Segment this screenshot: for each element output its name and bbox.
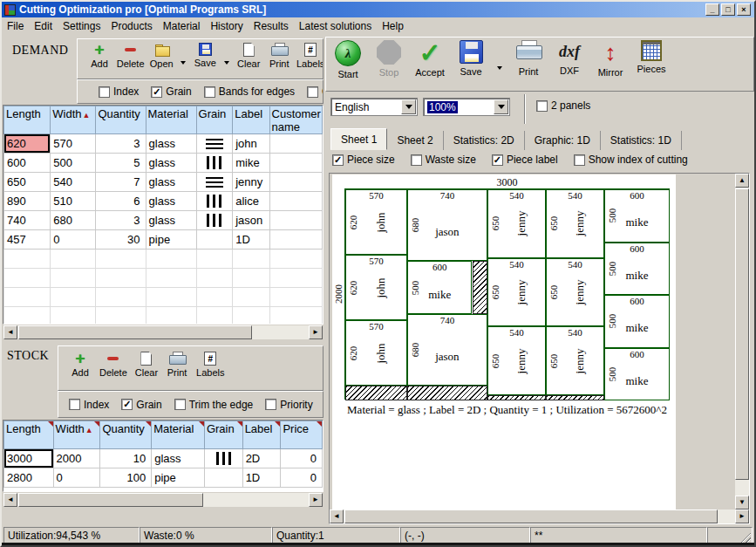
stock-cell[interactable]: pipe	[152, 468, 205, 488]
stock-checkbox-trim-the-edge[interactable]: Trim the edge	[174, 399, 254, 411]
scrollbar-thumb[interactable]	[18, 493, 203, 507]
stock-cell[interactable]: 0	[281, 468, 323, 488]
demand-cell[interactable]: 540	[51, 173, 96, 192]
scroll-left-icon[interactable]: ◄	[3, 493, 17, 507]
tab-sheet-1[interactable]: Sheet 1	[330, 128, 387, 150]
demand-checkbox-grain[interactable]: Grain	[151, 85, 191, 98]
demand-header-quantity[interactable]: Quantity	[96, 106, 146, 134]
checkbox-unchecked[interactable]	[536, 100, 548, 112]
canvas-v-scrollbar[interactable]: ▲ ▼	[735, 174, 749, 509]
demand-cell[interactable]	[196, 134, 233, 154]
menu-item-material[interactable]: Material	[158, 17, 206, 35]
zoom-select[interactable]: 100%	[423, 98, 510, 116]
checkbox-checked[interactable]	[492, 154, 503, 166]
scroll-left-icon[interactable]: ◄	[3, 325, 17, 339]
scroll-right-icon[interactable]: ►	[735, 509, 749, 523]
demand-cell[interactable]: alice	[233, 192, 269, 211]
checkbox-unchecked[interactable]	[69, 399, 80, 410]
demand-cell[interactable]: 570	[51, 134, 96, 154]
cutting-canvas[interactable]: 30002000570620john570620john570620john74…	[332, 174, 676, 509]
results-print-button[interactable]: Print	[514, 40, 543, 77]
piece-mike[interactable]: 600500mike	[604, 348, 670, 401]
demand-delete-button[interactable]: Delete	[119, 43, 142, 69]
stock-checkbox-index[interactable]: Index	[69, 399, 109, 411]
chevron-down-icon[interactable]	[401, 99, 416, 114]
checkbox-checked[interactable]	[332, 154, 344, 166]
stock-header-length[interactable]: Length	[4, 421, 54, 449]
piece-jenny[interactable]: 540650jenny	[487, 258, 546, 327]
checkbox-unchecked[interactable]	[99, 86, 110, 98]
piece-jason[interactable]: 740680jason	[407, 189, 487, 261]
demand-header-customer-name[interactable]: Customer name	[269, 106, 322, 134]
demand-cell[interactable]	[196, 211, 233, 230]
empty-cell[interactable]	[269, 250, 322, 269]
demand-cell[interactable]: glass	[146, 134, 196, 154]
demand-header-grain[interactable]: Grain	[196, 106, 233, 134]
piece-jenny[interactable]: 540650jenny	[546, 258, 604, 327]
menu-item-settings[interactable]: Settings	[58, 17, 106, 35]
demand-cell[interactable]: glass	[146, 154, 196, 173]
demand-open-button[interactable]: Open	[150, 43, 173, 69]
demand-cell[interactable]	[269, 192, 322, 211]
minimize-button[interactable]: _	[705, 3, 719, 16]
demand-cell[interactable]: 680	[51, 211, 96, 230]
scroll-left-icon[interactable]: ◄	[330, 509, 344, 523]
demand-cell[interactable]: 620	[4, 134, 51, 154]
menu-item-products[interactable]: Products	[106, 17, 157, 35]
demand-cell[interactable]: 740	[4, 211, 51, 230]
canvas-h-scrollbar[interactable]: ◄ ►	[330, 509, 749, 523]
stock-checkbox-grain[interactable]: Grain	[121, 399, 161, 411]
stock-cell[interactable]: 1D	[242, 468, 281, 488]
empty-cell[interactable]	[96, 288, 146, 307]
scrollbar-thumb[interactable]	[344, 509, 718, 523]
stock-labels-button[interactable]: Labels	[196, 352, 224, 378]
demand-add-button[interactable]: Add	[88, 43, 111, 69]
results-save-button[interactable]: Save	[456, 40, 486, 77]
stock-cell[interactable]: 0	[53, 468, 100, 488]
piece-john[interactable]: 570620john	[345, 320, 407, 386]
demand-clear-button[interactable]: Clear	[237, 43, 260, 69]
demand-save-dropdown-icon[interactable]	[224, 61, 229, 67]
demand-cell[interactable]: 457	[4, 230, 51, 250]
resize-grip-icon[interactable]	[739, 531, 751, 543]
demand-cell[interactable]: 600	[4, 154, 51, 173]
demand-checkbox-bands-for-edges[interactable]: Bands for edges	[204, 85, 295, 98]
demand-cell[interactable]: 5	[96, 154, 146, 173]
chevron-down-icon[interactable]	[494, 99, 508, 114]
scroll-up-icon[interactable]: ▲	[735, 174, 749, 188]
checkbox-unchecked[interactable]	[411, 154, 422, 166]
stock-clear-button[interactable]: Clear	[135, 352, 158, 378]
stock-cell[interactable]: 2000	[53, 449, 100, 468]
stock-cell[interactable]: 2D	[242, 449, 281, 468]
results-stop-button[interactable]: Stop	[374, 40, 404, 78]
demand-cell[interactable]	[269, 230, 322, 250]
empty-cell[interactable]	[4, 269, 51, 288]
menu-item-results[interactable]: Results	[249, 17, 294, 35]
empty-cell[interactable]	[51, 288, 96, 307]
empty-cell[interactable]	[4, 307, 51, 325]
demand-cell[interactable]	[196, 173, 233, 192]
demand-cell[interactable]: 890	[4, 192, 51, 211]
stock-cell[interactable]: 0	[281, 449, 323, 468]
empty-cell[interactable]	[146, 288, 196, 307]
results-mirror-button[interactable]: Mirror	[596, 40, 625, 78]
empty-cell[interactable]	[233, 288, 269, 307]
demand-cell[interactable]	[269, 211, 322, 230]
demand-cell[interactable]: 650	[4, 173, 51, 192]
stock-cell[interactable]: 100	[100, 468, 152, 488]
menu-item-latest-solutions[interactable]: Latest solutions	[294, 17, 377, 35]
demand-cell[interactable]	[196, 192, 233, 211]
empty-cell[interactable]	[269, 288, 322, 307]
empty-cell[interactable]	[146, 307, 196, 325]
demand-header-material[interactable]: Material	[146, 106, 196, 134]
empty-cell[interactable]	[96, 307, 146, 325]
demand-cell[interactable]	[269, 134, 322, 154]
stock-header-material[interactable]: Material	[152, 421, 205, 449]
stock-cell[interactable]: 3000	[4, 449, 54, 468]
piece-mike[interactable]: 600500mike	[604, 189, 670, 243]
empty-cell[interactable]	[146, 250, 196, 269]
empty-cell[interactable]	[51, 250, 96, 269]
demand-header-width[interactable]: Width▲	[51, 106, 96, 134]
results-accept-button[interactable]: Accept	[415, 40, 445, 78]
stock-delete-button[interactable]: Delete	[99, 352, 127, 378]
